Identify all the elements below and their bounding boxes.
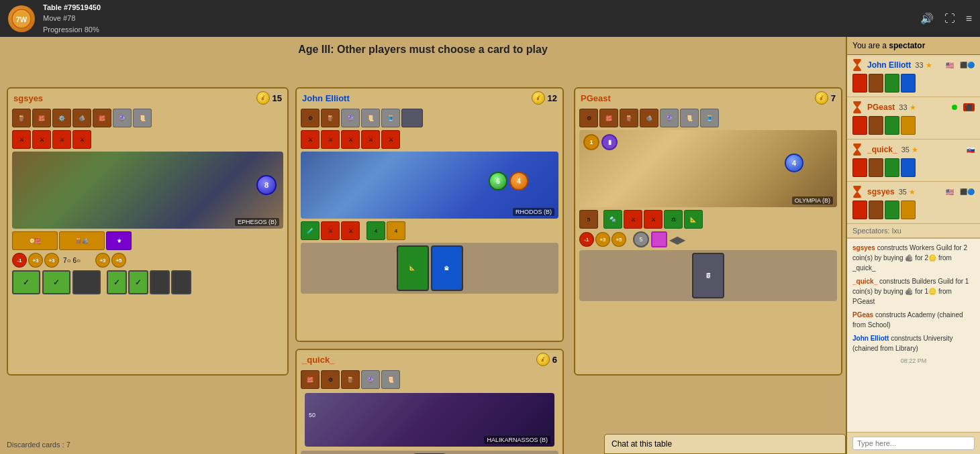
chat-at-table[interactable]: Chat at this table (604, 434, 846, 454)
log-entry: sgsyes constructs Workers Guild for 2 co… (852, 243, 975, 273)
pgeast-card: 🧱 (599, 109, 618, 127)
john-wonder: RHODOS (B) 6 4 (301, 152, 558, 219)
sidebar-john-active: ⬛🔵 (960, 62, 975, 68)
sidebar-pgeast-card (901, 116, 916, 135)
john-red-card: ⚔ (301, 130, 320, 149)
sidebar-quick-cards (852, 158, 975, 177)
pgeast-loss-token: -1 (579, 232, 594, 247)
main-game-area: Age III: Other players must choose a car… (0, 37, 846, 454)
sgsyes-win-token: +3 (44, 253, 59, 268)
sgsyes-loss-token: -1 (12, 253, 27, 268)
pgeast-coin-value: 7 (831, 93, 836, 103)
pgeast-red-card: ⚔ (624, 210, 642, 229)
quick-coins: 💰 6 (536, 353, 557, 366)
john-card: 🔮 (341, 109, 360, 127)
pgeast-military-tokens: -1 +3 +5 5 ◀▶ (575, 230, 841, 249)
sidebar-sgsyes-header: sgsyes 35 ★ 🇺🇸 ⬛🔵 (852, 186, 975, 198)
age-title: Age III: Other players must choose a car… (0, 37, 846, 60)
sidebar-pgeast-name: PGeast (867, 103, 895, 112)
sgsyes-wonder-slot: ✓ (128, 270, 148, 294)
sidebar-chat-row (847, 432, 980, 454)
john-red-card: ⚔ (341, 130, 360, 149)
sgsyes-yellow-card: 🪵🪨 (59, 231, 105, 250)
pgeast-wonder: OLYMPIA (B) 1 ▮ 4 (579, 130, 837, 207)
sgsyes-coins: 💰 15 (256, 91, 282, 105)
sgsyes-yellow-card: ⚙🧱 (12, 231, 58, 250)
sidebar-pgeast-status (952, 105, 957, 110)
quick-wonder-row: HALIKARNASSOS (B) 50 (297, 390, 562, 449)
sgsyes-wonder: EPHESOS (B) 8 (12, 152, 283, 229)
john-name: John Elliott (302, 93, 350, 103)
john-hand-card[interactable]: 📐 (397, 245, 429, 291)
quick-hand: 🃏 (301, 451, 558, 454)
sidebar-sgsyes-score: 35 ★ (899, 188, 916, 196)
sidebar-sgsyes-card (885, 201, 899, 219)
sidebar-quick-card (852, 158, 867, 177)
topbar: 7W Table #79519450 Move #78 Progression … (0, 0, 980, 37)
sgsyes-extra-cards: ✓ ✓ (107, 270, 191, 294)
sgsyes-military-tokens: -1 +3 +3 7○ 6○ +3 +5 (8, 251, 287, 269)
menu-icon[interactable]: ≡ (966, 13, 972, 25)
game-logo: 7W (8, 5, 35, 32)
sgsyes-name: sgsyes (13, 93, 43, 103)
sgsyes-token-count: 7○ 6○ (63, 257, 81, 264)
sgsyes-purple-card: ⚜ (106, 231, 132, 250)
svg-text:7W: 7W (16, 15, 28, 23)
john-resource-row: ⚙ 🪵 🔮 📜 🧵 (297, 107, 562, 129)
john-card: ⚙ (301, 109, 320, 127)
sidebar-sgsyes-card (869, 201, 883, 219)
pgeast-extra: 🔩 ⚔ ⚔ ⚖ 📐 (603, 210, 703, 229)
john-red-card: ⚔ (341, 221, 360, 240)
pgeast-wonder-score: 4 (785, 154, 803, 172)
log-player: sgsyes (852, 244, 875, 251)
sgsyes-wonder-slot: ✓ (107, 270, 127, 294)
log-resource: 🪨 (905, 254, 913, 262)
player-board-sgsyes: sgsyes 💰 15 🪵 🧱 ⚙️ 🪨 🧱 🔮 📜 ⚔ ⚔ ⚔ ⚔ EPHES… (7, 87, 289, 376)
move-number: Move #78 (43, 13, 101, 24)
john-green-card: 4 (366, 221, 385, 240)
sidebar-john-score: 33 ★ (915, 61, 932, 70)
player-board-john: John Elliott 💰 12 ⚙ 🪵 🔮 📜 🧵 ⚔ ⚔ ⚔ ⚔ ⚔ RH… (295, 87, 564, 342)
pgeast-hand-card[interactable]: 🃏 (692, 253, 724, 298)
pgeast-coin-icon: 💰 (815, 91, 828, 105)
sidebar-player-sgsyes: sgsyes 35 ★ 🇺🇸 ⬛🔵 (847, 182, 980, 224)
sound-icon[interactable]: 🔊 (920, 12, 934, 25)
quick-card: 🪵 (341, 370, 360, 389)
john-red-card: ⚔ (361, 130, 380, 149)
pgeast-wonder-name: OLYMPIA (B) (792, 196, 833, 205)
log-time: 08:22 PM (852, 357, 975, 366)
spectator-prefix: You are a (852, 41, 887, 50)
sidebar-john-card (869, 74, 883, 93)
quick-card: ⚙ (321, 370, 340, 389)
sgsyes-header: sgsyes 💰 15 (8, 89, 287, 107)
sidebar-john-flag: 🇺🇸 (946, 62, 954, 69)
sidebar-pgeast-score: 33 ★ (899, 103, 916, 112)
sgsyes-wonder-slot: ✓ (42, 270, 70, 294)
sgsyes-red-card: ⚔ (52, 130, 71, 149)
sgsyes-military-row: ⚔ ⚔ ⚔ ⚔ (8, 129, 287, 150)
john-coins: 💰 12 (532, 91, 557, 105)
pgeast-card: 5 (579, 210, 598, 229)
john-red-card: ⚔ (321, 130, 340, 149)
sidebar-john-card (885, 74, 899, 93)
sidebar-chat-input[interactable] (852, 437, 975, 450)
sidebar-sgsyes-cards (852, 201, 975, 219)
sidebar-pgeast-header: PGeast 33 ★ ⬛ (852, 101, 975, 113)
john-red-card: ⚔ (381, 130, 400, 149)
pgeast-card: ⚙ (579, 109, 598, 127)
log-player-blue: John Elliott (852, 335, 889, 342)
john-card-back (401, 109, 423, 127)
quick-card: 🧱 (301, 370, 320, 389)
log-entry: John Elliott constructs University (chai… (852, 333, 975, 353)
screen-icon[interactable]: ⛶ (944, 13, 955, 25)
discarded-label: Discarded cards : 7 (7, 441, 70, 449)
game-log: sgsyes constructs Workers Guild for 2 co… (847, 238, 980, 432)
hourglass-icon (852, 101, 862, 113)
sidebar-pgeast-cards (852, 116, 975, 135)
pgeast-gray-card: 🔮 (660, 109, 679, 127)
sidebar-quick-flag: 🇸🇰 (967, 146, 975, 154)
john-hand-card[interactable]: 🏛 (431, 245, 463, 291)
sidebar-pgeast-card (885, 116, 899, 135)
sgsyes-wonder-slot-empty (171, 270, 191, 294)
john-wonder-scores: 6 4 (489, 172, 528, 190)
